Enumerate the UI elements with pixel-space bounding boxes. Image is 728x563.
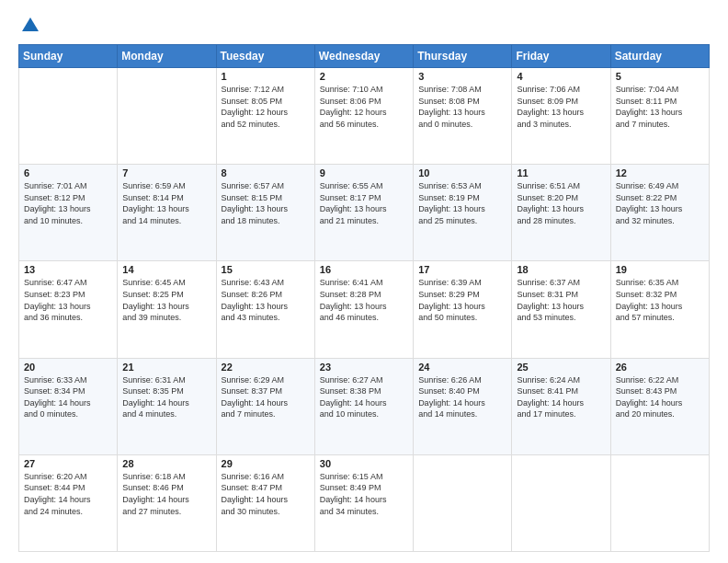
weekday-header-tuesday: Tuesday [216, 45, 314, 68]
calendar-cell: 16Sunrise: 6:41 AM Sunset: 8:28 PM Dayli… [314, 261, 413, 358]
day-info: Sunrise: 6:45 AM Sunset: 8:25 PM Dayligh… [122, 277, 210, 323]
day-number: 21 [122, 362, 210, 373]
day-info: Sunrise: 6:29 AM Sunset: 8:37 PM Dayligh… [222, 374, 310, 420]
day-number: 13 [24, 264, 112, 275]
calendar-cell: 23Sunrise: 6:27 AM Sunset: 8:38 PM Dayli… [314, 358, 413, 454]
day-info: Sunrise: 7:10 AM Sunset: 8:06 PM Dayligh… [320, 84, 408, 130]
logo-icon [20, 15, 40, 35]
calendar-cell: 4Sunrise: 7:06 AM Sunset: 8:09 PM Daylig… [512, 68, 610, 165]
calendar-cell: 20Sunrise: 6:33 AM Sunset: 8:34 PM Dayli… [19, 358, 118, 454]
calendar-cell: 8Sunrise: 6:57 AM Sunset: 8:15 PM Daylig… [216, 165, 314, 261]
day-info: Sunrise: 6:15 AM Sunset: 8:49 PM Dayligh… [320, 471, 408, 517]
calendar-cell: 30Sunrise: 6:15 AM Sunset: 8:49 PM Dayli… [314, 454, 413, 551]
calendar-week-4: 20Sunrise: 6:33 AM Sunset: 8:34 PM Dayli… [19, 358, 710, 454]
day-info: Sunrise: 6:31 AM Sunset: 8:35 PM Dayligh… [122, 374, 210, 420]
day-number: 3 [418, 71, 506, 82]
weekday-header-monday: Monday [118, 45, 216, 68]
calendar-cell: 22Sunrise: 6:29 AM Sunset: 8:37 PM Dayli… [216, 358, 314, 454]
day-info: Sunrise: 6:43 AM Sunset: 8:26 PM Dayligh… [222, 277, 310, 323]
logo [18, 15, 40, 35]
day-number: 14 [122, 264, 210, 275]
calendar-cell: 9Sunrise: 6:55 AM Sunset: 8:17 PM Daylig… [314, 165, 413, 261]
day-number: 22 [222, 362, 310, 373]
day-info: Sunrise: 6:47 AM Sunset: 8:23 PM Dayligh… [24, 277, 112, 323]
calendar-cell: 11Sunrise: 6:51 AM Sunset: 8:20 PM Dayli… [512, 165, 610, 261]
calendar-cell: 5Sunrise: 7:04 AM Sunset: 8:11 PM Daylig… [610, 68, 709, 165]
calendar-cell: 7Sunrise: 6:59 AM Sunset: 8:14 PM Daylig… [118, 165, 216, 261]
day-number: 11 [517, 167, 605, 178]
weekday-header-thursday: Thursday [414, 45, 512, 68]
day-info: Sunrise: 6:20 AM Sunset: 8:44 PM Dayligh… [24, 471, 112, 517]
calendar-cell [414, 454, 512, 551]
calendar-cell [118, 68, 216, 165]
day-info: Sunrise: 6:33 AM Sunset: 8:34 PM Dayligh… [24, 374, 112, 420]
day-number: 26 [616, 362, 704, 373]
day-info: Sunrise: 6:35 AM Sunset: 8:32 PM Dayligh… [616, 277, 704, 323]
day-info: Sunrise: 6:55 AM Sunset: 8:17 PM Dayligh… [320, 180, 408, 226]
calendar-cell: 18Sunrise: 6:37 AM Sunset: 8:31 PM Dayli… [512, 261, 610, 358]
day-info: Sunrise: 6:57 AM Sunset: 8:15 PM Dayligh… [222, 180, 310, 226]
day-number: 6 [24, 167, 112, 178]
day-info: Sunrise: 7:12 AM Sunset: 8:05 PM Dayligh… [222, 84, 310, 130]
day-info: Sunrise: 6:41 AM Sunset: 8:28 PM Dayligh… [320, 277, 408, 323]
day-info: Sunrise: 6:53 AM Sunset: 8:19 PM Dayligh… [418, 180, 506, 226]
day-number: 20 [24, 362, 112, 373]
calendar-cell: 17Sunrise: 6:39 AM Sunset: 8:29 PM Dayli… [414, 261, 512, 358]
page: SundayMondayTuesdayWednesdayThursdayFrid… [0, 0, 728, 563]
calendar-cell: 29Sunrise: 6:16 AM Sunset: 8:47 PM Dayli… [216, 454, 314, 551]
calendar-cell: 27Sunrise: 6:20 AM Sunset: 8:44 PM Dayli… [19, 454, 118, 551]
calendar-cell: 15Sunrise: 6:43 AM Sunset: 8:26 PM Dayli… [216, 261, 314, 358]
calendar-cell: 12Sunrise: 6:49 AM Sunset: 8:22 PM Dayli… [610, 165, 709, 261]
day-info: Sunrise: 6:59 AM Sunset: 8:14 PM Dayligh… [122, 180, 210, 226]
day-number: 24 [418, 362, 506, 373]
calendar-cell: 19Sunrise: 6:35 AM Sunset: 8:32 PM Dayli… [610, 261, 709, 358]
day-info: Sunrise: 6:18 AM Sunset: 8:46 PM Dayligh… [122, 471, 210, 517]
calendar-week-5: 27Sunrise: 6:20 AM Sunset: 8:44 PM Dayli… [19, 454, 710, 551]
day-info: Sunrise: 7:06 AM Sunset: 8:09 PM Dayligh… [517, 84, 605, 130]
day-info: Sunrise: 6:16 AM Sunset: 8:47 PM Dayligh… [222, 471, 310, 517]
header [18, 15, 710, 35]
day-number: 9 [320, 167, 408, 178]
calendar-cell: 6Sunrise: 7:01 AM Sunset: 8:12 PM Daylig… [19, 165, 118, 261]
day-info: Sunrise: 6:24 AM Sunset: 8:41 PM Dayligh… [517, 374, 605, 420]
calendar-cell: 1Sunrise: 7:12 AM Sunset: 8:05 PM Daylig… [216, 68, 314, 165]
logo-text-block [18, 15, 40, 35]
day-number: 28 [122, 458, 210, 469]
calendar-cell [512, 454, 610, 551]
day-info: Sunrise: 6:51 AM Sunset: 8:20 PM Dayligh… [517, 180, 605, 226]
weekday-header-wednesday: Wednesday [314, 45, 413, 68]
day-number: 18 [517, 264, 605, 275]
day-info: Sunrise: 6:27 AM Sunset: 8:38 PM Dayligh… [320, 374, 408, 420]
day-number: 19 [616, 264, 704, 275]
calendar-week-1: 1Sunrise: 7:12 AM Sunset: 8:05 PM Daylig… [19, 68, 710, 165]
day-number: 4 [517, 71, 605, 82]
calendar-cell: 3Sunrise: 7:08 AM Sunset: 8:08 PM Daylig… [414, 68, 512, 165]
day-number: 5 [616, 71, 704, 82]
day-number: 16 [320, 264, 408, 275]
day-number: 17 [418, 264, 506, 275]
calendar-cell [610, 454, 709, 551]
day-info: Sunrise: 7:04 AM Sunset: 8:11 PM Dayligh… [616, 84, 704, 130]
calendar-cell: 21Sunrise: 6:31 AM Sunset: 8:35 PM Dayli… [118, 358, 216, 454]
day-number: 2 [320, 71, 408, 82]
day-number: 30 [320, 458, 408, 469]
day-number: 23 [320, 362, 408, 373]
day-number: 12 [616, 167, 704, 178]
day-number: 25 [517, 362, 605, 373]
calendar-cell: 2Sunrise: 7:10 AM Sunset: 8:06 PM Daylig… [314, 68, 413, 165]
day-number: 29 [222, 458, 310, 469]
weekday-header-sunday: Sunday [19, 45, 118, 68]
day-number: 7 [122, 167, 210, 178]
day-info: Sunrise: 7:08 AM Sunset: 8:08 PM Dayligh… [418, 84, 506, 130]
day-info: Sunrise: 6:37 AM Sunset: 8:31 PM Dayligh… [517, 277, 605, 323]
day-info: Sunrise: 7:01 AM Sunset: 8:12 PM Dayligh… [24, 180, 112, 226]
calendar-cell: 10Sunrise: 6:53 AM Sunset: 8:19 PM Dayli… [414, 165, 512, 261]
calendar-week-3: 13Sunrise: 6:47 AM Sunset: 8:23 PM Dayli… [19, 261, 710, 358]
weekday-header-friday: Friday [512, 45, 610, 68]
calendar-cell: 13Sunrise: 6:47 AM Sunset: 8:23 PM Dayli… [19, 261, 118, 358]
day-number: 15 [222, 264, 310, 275]
day-number: 1 [222, 71, 310, 82]
day-info: Sunrise: 6:26 AM Sunset: 8:40 PM Dayligh… [418, 374, 506, 420]
weekday-header-row: SundayMondayTuesdayWednesdayThursdayFrid… [19, 45, 710, 68]
day-info: Sunrise: 6:49 AM Sunset: 8:22 PM Dayligh… [616, 180, 704, 226]
